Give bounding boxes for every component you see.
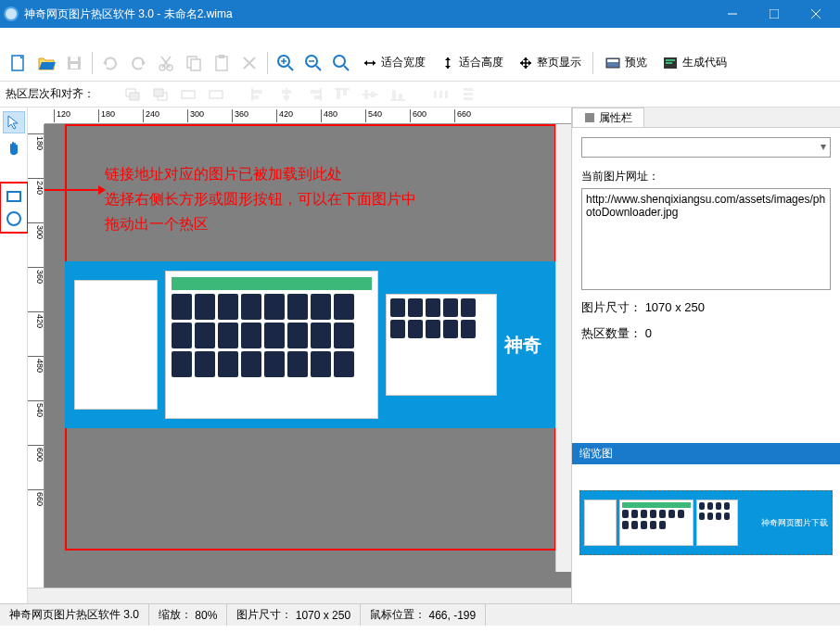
svg-rect-51 [154,89,163,96]
generate-button[interactable]: 生成代码 [655,50,733,76]
svg-point-12 [159,65,165,70]
zoom-reset-button[interactable] [328,50,354,76]
svg-marker-78 [8,116,18,129]
titlebar: 神奇网页图片热区软件 3.0 - 未命名2.wima [0,0,840,28]
svg-rect-18 [216,57,227,70]
align-center-h-icon [274,84,299,105]
align-left-icon [247,84,271,105]
send-back-icon [148,84,172,105]
fit-width-button[interactable]: 适合宽度 [356,50,432,76]
preview-button[interactable]: 预览 [598,50,654,76]
svg-rect-55 [253,90,262,94]
menubar [0,28,840,44]
thumbnail-body: 神奇网页图片下载 [572,464,840,603]
rectangle-tool[interactable] [3,185,25,208]
status-size: 图片尺寸： 1070 x 250 [227,604,361,626]
svg-point-26 [306,56,317,67]
thumbnail-image[interactable]: 神奇网页图片下载 [579,490,833,555]
delete-button[interactable] [236,50,262,76]
copy-button[interactable] [181,50,207,76]
pointer-tool[interactable] [3,111,25,133]
vertical-scrollbar[interactable] [555,124,571,572]
svg-point-29 [334,56,345,67]
align-toolbar: 热区层次和对齐： [0,82,840,108]
svg-rect-62 [314,95,320,99]
svg-rect-53 [210,91,223,98]
align-right-icon [302,84,326,105]
img-size-value: 1070 x 250 [645,300,705,314]
align-bottom-icon [386,84,410,105]
horizontal-scrollbar[interactable] [28,588,571,603]
thumbnail-side-text: 神奇网页图片下载 [761,517,828,529]
selector-combo[interactable] [581,137,831,158]
svg-point-13 [167,65,172,70]
bring-front-icon [121,84,145,105]
svg-marker-11 [142,60,146,66]
generate-label: 生成代码 [682,55,727,70]
svg-rect-16 [187,57,197,68]
distribute-v-icon [456,84,480,105]
status-zoom: 缩放： 80% [149,604,227,626]
svg-marker-6 [20,56,23,58]
fit-height-label: 适合高度 [459,55,503,70]
new-button[interactable] [6,50,32,76]
fit-page-label: 整页显示 [537,55,581,70]
svg-line-27 [316,66,321,70]
svg-rect-71 [399,94,402,99]
svg-rect-49 [130,93,139,100]
svg-point-80 [7,212,20,225]
save-button[interactable] [61,50,87,76]
preview-label: 预览 [625,55,647,70]
forward-icon [176,84,200,105]
ellipse-tool[interactable] [3,208,25,230]
svg-rect-68 [371,92,375,97]
undo-button[interactable] [97,50,123,76]
zoom-in-button[interactable] [273,50,299,76]
minimize-button[interactable] [711,0,753,28]
fit-page-button[interactable]: 整页显示 [512,50,588,76]
cut-button[interactable] [153,50,179,76]
horizontal-ruler: 120 180 240 300 360 420 480 540 600 660 [45,108,571,124]
close-button[interactable] [795,0,836,28]
svg-marker-36 [445,66,451,69]
align-top-icon [330,84,354,105]
loaded-image[interactable]: 神奇 [65,261,556,428]
svg-marker-42 [523,66,528,69]
svg-marker-10 [103,60,107,66]
svg-rect-50 [158,93,167,100]
properties-tab[interactable]: 属性栏 [572,108,644,127]
canvas-viewport[interactable]: 链接地址对应的图片已被加载到此处 选择右侧长方形或圆形按钮，可以在下面图片中 拖… [45,124,571,588]
img-size-label: 图片尺寸： [581,300,642,314]
svg-rect-56 [253,95,259,99]
svg-rect-59 [284,95,289,99]
svg-rect-47 [666,62,672,64]
redo-button[interactable] [125,50,151,76]
annotation-arrow [45,189,105,191]
url-label: 当前图片网址： [581,169,831,184]
svg-line-4 [811,9,821,19]
url-textbox[interactable]: http://www.shenqixiangsu.com/assets/imag… [581,188,831,290]
fit-width-label: 适合宽度 [381,55,426,70]
maximize-button[interactable] [753,0,795,28]
thumbnail-header: 缩览图 [572,443,840,464]
svg-rect-9 [70,64,78,69]
hand-tool[interactable] [3,137,25,159]
properties-panel: 属性栏 当前图片网址： http://www.shenqixiangsu.com… [571,108,840,603]
paste-button[interactable] [209,50,235,76]
svg-rect-72 [434,91,437,98]
svg-rect-58 [282,90,291,94]
svg-rect-19 [219,55,224,58]
svg-line-20 [244,57,255,69]
svg-rect-75 [464,88,473,91]
svg-rect-74 [445,91,448,98]
svg-marker-41 [523,57,528,60]
svg-marker-40 [528,60,531,66]
svg-rect-79 [7,192,20,201]
fit-height-button[interactable]: 适合高度 [434,50,510,76]
svg-marker-32 [364,60,367,66]
svg-rect-2 [770,9,779,19]
svg-rect-52 [182,91,195,98]
tool-palette [0,108,28,603]
zoom-out-button[interactable] [300,50,326,76]
open-button[interactable] [33,50,59,76]
